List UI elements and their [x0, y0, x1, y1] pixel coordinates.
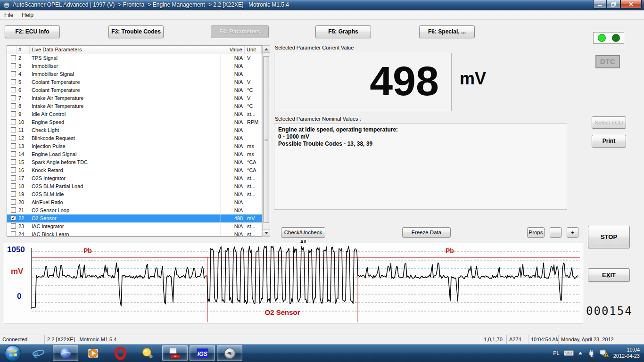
- row-checkbox[interactable]: [7, 150, 17, 158]
- table-row[interactable]: 8Intake Air TemperatureN/A°C: [7, 102, 262, 110]
- freeze-data-button[interactable]: Freeze Data: [402, 227, 451, 238]
- row-number: 8: [17, 102, 30, 110]
- row-checkbox[interactable]: [7, 222, 17, 230]
- igs-app-icon[interactable]: IGS: [190, 345, 215, 361]
- row-name: Air/Fuel Ratio: [30, 198, 220, 206]
- row-checkbox[interactable]: [7, 166, 17, 174]
- row-unit: ms: [245, 150, 262, 158]
- toolbox-app-icon[interactable]: [162, 345, 188, 361]
- zoom-in-button[interactable]: +: [567, 227, 578, 238]
- row-checkbox[interactable]: [7, 174, 17, 182]
- language-indicator[interactable]: PL: [553, 350, 559, 356]
- table-row[interactable]: 6Coolant TemperatureN/A°C: [7, 86, 262, 94]
- globe-app-icon[interactable]: [53, 345, 78, 361]
- f5-graphs-button[interactable]: F5: Graphs: [315, 25, 371, 38]
- row-checkbox[interactable]: [7, 110, 17, 118]
- row-checkbox[interactable]: [7, 190, 17, 198]
- row-checkbox[interactable]: ✓: [7, 214, 17, 222]
- row-name: TPS Signal: [30, 54, 220, 62]
- power-plug-icon[interactable]: [587, 349, 595, 357]
- keyboard-icon[interactable]: [564, 350, 574, 356]
- table-row[interactable]: 7Intake Air TemperatureN/AV: [7, 94, 262, 102]
- row-checkbox[interactable]: [7, 206, 17, 214]
- f3-trouble-codes-button[interactable]: F3: Trouble Codes: [108, 25, 164, 38]
- stop-button[interactable]: STOP: [588, 226, 630, 248]
- row-checkbox[interactable]: [7, 78, 17, 86]
- row-value: N/A: [220, 118, 245, 126]
- tray-clock[interactable]: 10:04 2012-04-23: [613, 347, 640, 359]
- scrollbar-thumb[interactable]: [263, 56, 269, 223]
- table-row[interactable]: 11Check LightN/A: [7, 126, 262, 134]
- table-row[interactable]: 2TPS SignalN/AV: [7, 54, 262, 62]
- table-row[interactable]: 5Coolant TemperatureN/AV: [7, 78, 262, 86]
- close-button[interactable]: [620, 0, 642, 8]
- minimize-button[interactable]: [593, 0, 607, 8]
- row-checkbox[interactable]: [7, 86, 17, 94]
- lightbulb-app-icon[interactable]: [135, 345, 160, 361]
- table-row[interactable]: 12Blinkcode RequestN/A: [7, 134, 262, 142]
- row-checkbox[interactable]: [7, 158, 17, 166]
- row-checkbox[interactable]: [7, 102, 17, 110]
- check-uncheck-all-button[interactable]: Check/Uncheck All: [281, 227, 325, 238]
- menu-help[interactable]: Help: [17, 10, 38, 19]
- table-row[interactable]: 15Spark Angle before TDCN/A°CA: [7, 158, 262, 166]
- row-name: O2S BLM Idle: [30, 190, 220, 198]
- table-row[interactable]: 4Immobiliser SignalN/A: [7, 70, 262, 78]
- f6-special-button[interactable]: F6: Special, ...: [419, 25, 475, 38]
- row-checkbox[interactable]: [7, 94, 17, 102]
- sample-counter: 000154: [586, 304, 631, 318]
- internet-explorer-icon[interactable]: e: [25, 345, 51, 361]
- header-name: Live Data Parameters: [30, 46, 220, 54]
- row-checkbox[interactable]: [7, 134, 17, 142]
- row-unit: mV: [245, 214, 262, 222]
- row-checkbox[interactable]: [7, 182, 17, 190]
- row-checkbox[interactable]: [7, 126, 17, 134]
- status-led-panel: [593, 32, 624, 44]
- exit-button[interactable]: EXIT: [588, 268, 630, 282]
- table-scrollbar[interactable]: [262, 45, 270, 237]
- start-orb-icon[interactable]: [2, 345, 24, 361]
- show-hidden-icon[interactable]: [578, 351, 583, 355]
- taskbar-apps: eIGS: [0, 344, 242, 362]
- table-row[interactable]: 19O2S BLM IdleN/Ast...: [7, 190, 262, 198]
- row-checkbox[interactable]: [7, 198, 17, 206]
- dtc-indicator: DTC: [595, 55, 620, 68]
- row-number: 13: [17, 142, 30, 150]
- row-checkbox[interactable]: [7, 118, 17, 126]
- table-row[interactable]: 9Idle Air ControlN/Ast...: [7, 110, 262, 118]
- restore-button[interactable]: [607, 0, 620, 8]
- row-value: N/A: [220, 110, 245, 118]
- scroll-down-button[interactable]: [263, 229, 270, 236]
- table-row[interactable]: 3ImmobiliserN/A: [7, 62, 262, 70]
- table-row[interactable]: ✓22O2 Sensor498mV: [7, 214, 262, 222]
- row-checkbox[interactable]: [7, 230, 17, 237]
- table-row[interactable]: 13Injection PulseN/Ams: [7, 142, 262, 150]
- media-player-icon[interactable]: [80, 345, 106, 361]
- table-row[interactable]: 20Air/Fuel RatioN/A: [7, 198, 262, 206]
- f2-ecu-info-button[interactable]: F2: ECU Info: [5, 25, 60, 38]
- network-warning-icon[interactable]: !: [599, 349, 609, 357]
- table-row[interactable]: 16Knock RetardN/A°CA: [7, 166, 262, 174]
- scroll-up-button[interactable]: [263, 46, 270, 53]
- row-checkbox[interactable]: [7, 142, 17, 150]
- menu-file[interactable]: File: [0, 10, 17, 19]
- table-row[interactable]: 23IAC IntegratorN/Ast...: [7, 222, 262, 230]
- window-titlebar[interactable]: AutoScanner OPEL Advanced | 1997 (V) -> …: [0, 0, 644, 10]
- print-button[interactable]: Print: [592, 135, 626, 148]
- select-ecu-button[interactable]: Select ECU: [592, 116, 626, 129]
- table-row[interactable]: 17O2S IntegratorN/Ast...: [7, 174, 262, 182]
- f4-parameters-button[interactable]: F4: Parameters: [211, 25, 269, 38]
- opel-app-icon[interactable]: [217, 345, 242, 361]
- props-button[interactable]: Props: [527, 227, 545, 238]
- row-checkbox[interactable]: [7, 54, 17, 62]
- row-checkbox[interactable]: [7, 70, 17, 78]
- table-row[interactable]: 21O2 Sensor LoopN/A: [7, 206, 262, 214]
- opera-icon[interactable]: [107, 345, 133, 361]
- row-unit: [245, 134, 262, 142]
- zoom-out-button[interactable]: -: [550, 227, 561, 238]
- table-row[interactable]: 14Engine Load SignalN/Ams: [7, 150, 262, 158]
- table-row[interactable]: 10Engine SpeedN/ARPM: [7, 118, 262, 126]
- row-checkbox[interactable]: [7, 62, 17, 70]
- table-row[interactable]: 18O2S BLM Partial LoadN/Ast...: [7, 182, 262, 190]
- table-row[interactable]: 24IAC Block LearnN/Ast...: [7, 230, 262, 237]
